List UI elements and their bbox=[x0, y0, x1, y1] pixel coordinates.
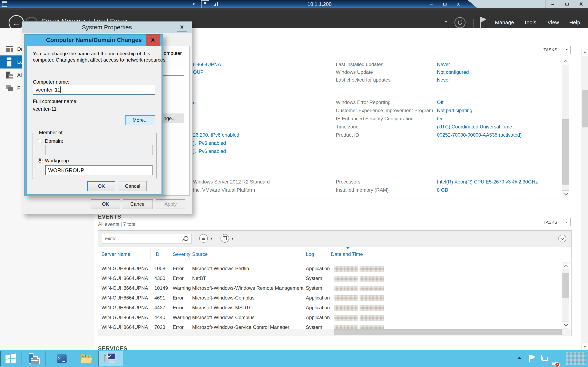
scroll-down-button[interactable] bbox=[581, 343, 588, 350]
filter-input[interactable] bbox=[102, 234, 192, 243]
event-row[interactable]: WIN-GUH8664UPNA 4691 Error Microsoft-Win… bbox=[98, 295, 561, 302]
taskbar-file-explorer[interactable] bbox=[76, 351, 96, 366]
tray-volume-muted-icon[interactable]: ✕ bbox=[552, 361, 560, 367]
ok-button[interactable]: OK bbox=[87, 181, 115, 191]
domain-radio[interactable] bbox=[38, 139, 43, 143]
prop-value-link[interactable]: 8 GB bbox=[437, 187, 448, 193]
cell-server: WIN-GUH8664UPNA bbox=[102, 315, 148, 320]
menu-tools[interactable]: Tools bbox=[524, 19, 536, 26]
prop-value-link[interactable]: Never bbox=[437, 62, 450, 67]
close-button[interactable]: X bbox=[177, 23, 187, 32]
dialog-titlebar[interactable]: Computer Name/Domain Changes bbox=[25, 34, 163, 46]
scrollbar-thumb[interactable] bbox=[562, 119, 569, 184]
caret-icon[interactable]: ▾ bbox=[210, 237, 212, 241]
cell-log: Application bbox=[306, 305, 330, 310]
scrollbar-thumb[interactable] bbox=[582, 90, 588, 127]
events-hscrollbar[interactable] bbox=[98, 329, 571, 336]
scroll-up-button[interactable] bbox=[562, 58, 569, 65]
outer-minimize-button[interactable]: – bbox=[545, 0, 560, 8]
save-query-button[interactable] bbox=[221, 234, 229, 243]
event-row[interactable]: WIN-GUH8664UPNA 4440 Warning Microsoft-W… bbox=[98, 315, 561, 322]
properties-scrollbar[interactable] bbox=[562, 58, 569, 197]
prop-value-link[interactable]: 00252-70000-00000-AA535 (activated) bbox=[437, 132, 522, 138]
prop-value-link[interactable]: Not configured bbox=[437, 69, 469, 75]
scroll-up-button[interactable] bbox=[581, 49, 588, 56]
outer-close-button[interactable]: X bbox=[574, 0, 588, 8]
taskbar-powershell[interactable]: › bbox=[52, 351, 72, 366]
prop-label: Last checked for updates bbox=[336, 77, 390, 83]
main-scrollbar[interactable] bbox=[581, 49, 588, 350]
tray-expand-icon[interactable] bbox=[517, 357, 521, 359]
column-header[interactable]: Server Name bbox=[102, 251, 130, 257]
prop-value-link[interactable]: Off bbox=[437, 100, 443, 105]
column-header[interactable]: Source bbox=[192, 251, 208, 257]
prop-value-link[interactable]: Intel(R) Xeon(R) CPU E5-2670 v3 @ 2.30GH… bbox=[437, 179, 538, 185]
console-restore-button[interactable] bbox=[439, 1, 450, 7]
event-row[interactable]: WIN-GUH8664UPNA 4427 Error Microsoft-Win… bbox=[98, 305, 561, 312]
cell-log: Application bbox=[306, 315, 330, 320]
column-header[interactable]: ID bbox=[154, 251, 159, 257]
cell-severity: Error bbox=[173, 275, 183, 281]
tasks-caret-icon: ▾ bbox=[563, 48, 571, 52]
domain-input[interactable] bbox=[45, 145, 153, 155]
console-dropdown-icon[interactable]: ▾ bbox=[193, 0, 195, 8]
dialog-body: You can change the name and the membersh… bbox=[26, 46, 162, 194]
outer-restore-button[interactable] bbox=[560, 0, 574, 8]
prop-value-link[interactable]: Not participating bbox=[437, 108, 472, 113]
column-header[interactable]: Date and Time bbox=[331, 251, 363, 257]
taskbar-server-manager[interactable] bbox=[21, 351, 46, 366]
caret-icon[interactable]: ▾ bbox=[232, 237, 233, 241]
menu-view[interactable]: View bbox=[548, 19, 559, 26]
clipped-field[interactable] bbox=[163, 67, 184, 76]
scroll-down-button[interactable] bbox=[562, 191, 569, 197]
apply-button[interactable]: Apply bbox=[156, 200, 185, 209]
more-button[interactable]: More... bbox=[125, 115, 155, 125]
properties-tasks-button[interactable]: TASKS ▾ bbox=[540, 46, 571, 54]
all-servers-icon bbox=[6, 72, 13, 78]
cancel-button[interactable]: Cancel bbox=[119, 181, 147, 191]
prop-value-link[interactable]: Never bbox=[437, 77, 450, 83]
prop-value-link[interactable]: (UTC) Coordinated Universal Time bbox=[437, 124, 512, 130]
start-button[interactable] bbox=[0, 351, 21, 366]
menu-manage[interactable]: Manage bbox=[495, 19, 514, 26]
computer-name-label: Computer name: bbox=[33, 79, 69, 85]
workgroup-radio[interactable] bbox=[38, 158, 43, 163]
collapse-panel-button[interactable] bbox=[558, 235, 566, 242]
ok-button[interactable]: OK bbox=[91, 200, 120, 209]
refresh-button[interactable] bbox=[454, 17, 466, 28]
tray-clock-redacted[interactable] bbox=[566, 352, 586, 365]
menu-help[interactable]: Help bbox=[569, 19, 580, 26]
filter-list-button[interactable] bbox=[199, 234, 208, 243]
column-header[interactable]: Severity bbox=[173, 251, 190, 257]
column-header[interactable]: Log bbox=[306, 251, 314, 257]
tray-network-icon[interactable] bbox=[541, 355, 548, 361]
event-row[interactable]: WIN-GUH8664UPNA 10149 Warning Microsoft-… bbox=[98, 285, 561, 292]
notifications-caret-icon[interactable]: ▾ bbox=[445, 20, 447, 24]
powershell-icon: › bbox=[57, 354, 67, 363]
redacted-date bbox=[334, 315, 358, 321]
scrollbar-thumb[interactable] bbox=[334, 329, 562, 335]
prop-label: Product ID bbox=[336, 132, 359, 138]
dialog-titlebar[interactable]: System Properties bbox=[22, 22, 192, 33]
tasks-label: TASKS bbox=[544, 47, 563, 52]
prop-value-link[interactable]: On bbox=[437, 116, 443, 122]
scrollbar-thumb[interactable] bbox=[562, 273, 569, 298]
cancel-button[interactable]: Cancel bbox=[123, 200, 153, 209]
console-close-button[interactable]: X bbox=[453, 1, 464, 7]
scroll-up-button[interactable] bbox=[562, 263, 570, 270]
workgroup-input[interactable] bbox=[45, 165, 153, 175]
event-row[interactable]: WIN-GUH8664UPNA 1008 Error Microsoft-Win… bbox=[98, 266, 561, 273]
computer-name-input[interactable] bbox=[33, 85, 155, 95]
scroll-down-button[interactable] bbox=[562, 322, 570, 328]
event-row[interactable]: WIN-GUH8664UPNA 4300 Error NetBT System bbox=[98, 275, 561, 282]
cell-server: WIN-GUH8664UPNA bbox=[102, 266, 148, 271]
change-button-clipped[interactable]: nge... bbox=[161, 114, 184, 123]
events-tasks-button[interactable]: TASKS ▾ bbox=[540, 218, 571, 226]
events-scrollbar[interactable] bbox=[562, 262, 570, 329]
taskbar-system-properties[interactable] bbox=[98, 351, 123, 366]
close-button[interactable]: X bbox=[146, 34, 160, 46]
manageability-flag-icon[interactable] bbox=[480, 17, 487, 29]
console-minimize-button[interactable]: – bbox=[426, 1, 437, 7]
pin-icon[interactable] bbox=[201, 0, 209, 8]
tray-flag-icon[interactable] bbox=[529, 355, 536, 363]
